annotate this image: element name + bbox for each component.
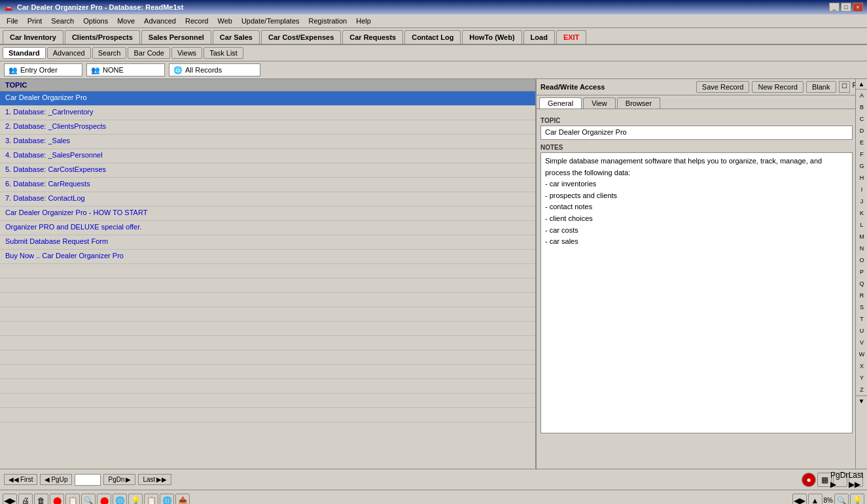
alpha-y[interactable]: Y xyxy=(856,372,867,384)
subtab-tasklist[interactable]: Task List xyxy=(203,47,243,59)
list-item[interactable]: 2. Database: _ClientsProspects xyxy=(0,120,535,135)
page-number-input[interactable] xyxy=(75,474,101,486)
search-icon[interactable]: 🔍 xyxy=(81,494,96,505)
menu-move[interactable]: Move xyxy=(113,16,139,26)
red-circle-icon[interactable]: ● xyxy=(802,473,816,487)
info-icon[interactable]: 💡 xyxy=(850,494,864,505)
list-item[interactable]: 6. Database: CarRequests xyxy=(0,178,535,192)
tab-sales-personnel[interactable]: Sales Personnel xyxy=(141,30,211,44)
zoom-icon[interactable]: 🔍 xyxy=(834,494,849,505)
list-item[interactable]: Organizer PRO and DELUXE special offer. xyxy=(0,221,535,235)
tab-contact-log[interactable]: Contact Log xyxy=(404,30,461,44)
menu-update[interactable]: Update/Templates xyxy=(238,16,304,26)
sort-indicator[interactable]: 👥 Entry Order xyxy=(4,63,82,76)
last-nav-icon[interactable]: Last ▶▶ xyxy=(849,473,863,487)
alpha-r[interactable]: R xyxy=(856,290,867,301)
subtab-advanced[interactable]: Advanced xyxy=(47,47,91,59)
print-icon[interactable]: 🖨 xyxy=(18,494,33,505)
alpha-i[interactable]: I xyxy=(856,184,867,195)
alpha-e[interactable]: E xyxy=(856,137,867,148)
alpha-f[interactable]: F xyxy=(856,148,867,160)
menu-print[interactable]: Print xyxy=(24,16,46,26)
alpha-s[interactable]: S xyxy=(856,301,867,313)
scroll-top-arrow[interactable]: ▲ xyxy=(856,79,867,90)
tab-car-requests[interactable]: Car Requests xyxy=(342,30,403,44)
last-button[interactable]: Last ▶▶ xyxy=(138,474,171,485)
maximize-btn[interactable]: □ xyxy=(841,3,851,12)
tab-car-sales[interactable]: Car Sales xyxy=(213,30,260,44)
menu-web[interactable]: Web xyxy=(213,16,236,26)
tab-howto[interactable]: HowTo (Web) xyxy=(462,30,522,44)
alpha-t[interactable]: T xyxy=(856,313,867,325)
pgdn-nav-icon[interactable]: PgDn ▶ xyxy=(833,473,847,487)
alpha-h[interactable]: H xyxy=(856,172,867,184)
blank-button[interactable]: Blank xyxy=(806,81,836,93)
alpha-p[interactable]: P xyxy=(856,266,867,278)
filter-indicator[interactable]: 👥 NONE xyxy=(86,63,165,76)
list-item[interactable]: Car Dealer Organizer Pro - HOW TO START xyxy=(0,207,535,221)
left-right-icon[interactable]: ◀▶ xyxy=(792,494,807,505)
alpha-k[interactable]: K xyxy=(856,207,867,219)
tab-clients-prospects[interactable]: Clients/Prospects xyxy=(65,30,140,44)
alpha-q[interactable]: Q xyxy=(856,278,867,290)
stop-icon[interactable]: ⬤ xyxy=(50,494,64,505)
delete-icon[interactable]: 🗑 xyxy=(34,494,48,505)
detail-tab-browser[interactable]: Browser xyxy=(617,97,660,109)
menu-file[interactable]: File xyxy=(3,16,22,26)
menu-help[interactable]: Help xyxy=(352,16,375,26)
alpha-w[interactable]: W xyxy=(856,348,867,360)
notes-field-value[interactable]: Simple database management software that… xyxy=(540,152,853,433)
records-indicator[interactable]: 🌐 All Records xyxy=(169,63,260,76)
copy-icon[interactable]: 📋 xyxy=(65,494,80,505)
grid-icon[interactable]: ▦ xyxy=(817,473,832,487)
save-record-button[interactable]: Save Record xyxy=(696,81,750,93)
paste-icon[interactable]: 📋 xyxy=(144,494,158,505)
subtab-standard[interactable]: Standard xyxy=(3,47,46,59)
alpha-u[interactable]: U xyxy=(856,325,867,337)
alpha-d[interactable]: D xyxy=(856,125,867,137)
new-record-button[interactable]: New Record xyxy=(752,81,804,93)
alpha-v[interactable]: V xyxy=(856,337,867,348)
alpha-o[interactable]: O xyxy=(856,254,867,266)
topic-field-value[interactable]: Car Dealer Organizer Pro xyxy=(540,126,853,140)
alpha-x[interactable]: X xyxy=(856,360,867,372)
alpha-g[interactable]: G xyxy=(856,160,867,172)
tab-car-cost[interactable]: Car Cost/Expenses xyxy=(261,30,341,44)
alpha-j[interactable]: J xyxy=(856,195,867,207)
close-btn[interactable]: × xyxy=(853,3,863,12)
tab-car-inventory[interactable]: Car Inventory xyxy=(3,30,63,44)
menu-options[interactable]: Options xyxy=(79,16,112,26)
scroll-bottom-arrow[interactable]: ▼ xyxy=(856,395,867,406)
pgdn-button[interactable]: PgDn ▶ xyxy=(103,474,135,485)
list-item[interactable]: Buy Now .. Car Dealer Organizer Pro xyxy=(0,250,535,264)
detail-tab-view[interactable]: View xyxy=(583,97,616,109)
list-item[interactable]: 5. Database: CarCostExpenses xyxy=(0,163,535,178)
list-item[interactable]: 3. Database: _Sales xyxy=(0,135,535,149)
list-item[interactable]: 4. Database: _SalesPersonnel xyxy=(0,149,535,163)
upload-icon[interactable]: ▲ xyxy=(808,494,823,505)
help-icon[interactable]: 💡 xyxy=(128,494,143,505)
tab-load[interactable]: Load xyxy=(523,30,555,44)
list-item[interactable]: Submit Database Request Form xyxy=(0,235,535,250)
list-item[interactable]: 1. Database: _CarInventory xyxy=(0,106,535,120)
detail-tab-general[interactable]: General xyxy=(539,97,582,109)
globe-icon[interactable]: 🌐 xyxy=(160,494,174,505)
alpha-a[interactable]: A xyxy=(856,90,867,101)
web-icon[interactable]: 🌐 xyxy=(113,494,127,505)
minimize-btn[interactable]: _ xyxy=(829,3,840,12)
list-item[interactable]: 7. Database: ContactLog xyxy=(0,192,535,207)
alpha-z[interactable]: Z xyxy=(856,384,867,395)
list-item[interactable]: Car Dealer Organizer Pro xyxy=(0,92,535,106)
alpha-c[interactable]: C xyxy=(856,113,867,125)
export-icon[interactable]: 📤 xyxy=(175,494,190,505)
subtab-search[interactable]: Search xyxy=(92,47,127,59)
menu-record[interactable]: Record xyxy=(181,16,212,26)
subtab-views[interactable]: Views xyxy=(171,47,202,59)
alpha-l[interactable]: L xyxy=(856,219,867,231)
tab-exit[interactable]: EXIT xyxy=(556,30,586,44)
menu-advanced[interactable]: Advanced xyxy=(140,16,180,26)
first-button[interactable]: ◀◀ First xyxy=(4,474,37,485)
pgup-button[interactable]: ◀ PgUp xyxy=(40,474,72,485)
rw-checkbox[interactable]: ☐ xyxy=(839,81,850,93)
menu-search[interactable]: Search xyxy=(47,16,78,26)
